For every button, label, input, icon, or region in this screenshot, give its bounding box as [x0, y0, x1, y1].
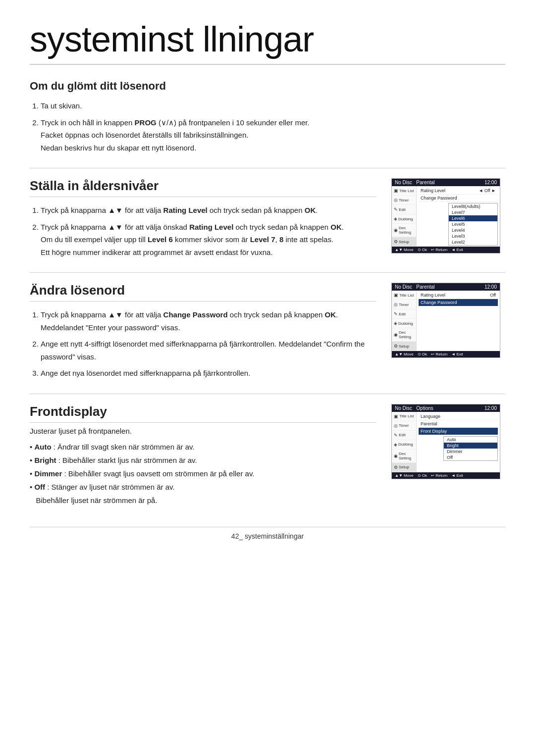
section1-steps: Ta ut skivan. Tryck in och håll in knapp… [30, 100, 505, 154]
sidebar-edit: ✎ Edit [392, 205, 416, 214]
dropdown-auto: Auto [444, 437, 497, 443]
step-item: Ange det nya lösenordet med sifferknappa… [41, 367, 376, 380]
menu-change-password: Change Password [419, 195, 498, 202]
footer-move: ▲▼ Move [395, 248, 414, 252]
sidebar-dec-setting: ◉ Dec Setting [392, 224, 416, 237]
sidebar3-setup: ⚙ Setup [392, 463, 416, 472]
screen-rating: No Disc Parental 12:00 ▣ Title List ◎ Ti… [391, 178, 505, 253]
step-item: Tryck på knapparna ▲▼ för att välja Rati… [41, 204, 376, 217]
sidebar2-title-list: ▣ Title List [392, 291, 416, 300]
section2-steps: Tryck på knapparna ▲▼ för att välja Rati… [30, 204, 376, 258]
sidebar2-timer: ◎ Timer [392, 300, 416, 309]
bullet-auto: Auto : Ändrar till svagt sken när strömm… [30, 440, 376, 454]
footer2-exit: ◄ Exit [451, 352, 463, 356]
sidebar-title-list: ▣ Title List [392, 186, 416, 196]
step-item: Tryck på knapparna ▲▼ för att välja Chan… [41, 308, 376, 334]
screen-change-password: No Disc Parental 12:00 ▣ Title List ◎ Ti… [391, 283, 505, 358]
section3-title: Ändra lösenord [30, 283, 376, 302]
step-item: Tryck in och håll in knappen PROG (∨/∧) … [41, 116, 505, 154]
footer-return: ↩ Return [431, 248, 447, 252]
screen-frontdisplay: No Disc Options 12:00 ▣ Title List ◎ Tim… [391, 404, 505, 479]
page-title: systeminst llningar [30, 20, 505, 59]
sidebar2-dec-setting: ◉ Dec Setting [392, 328, 416, 342]
sidebar-timer: ◎ Timer [392, 196, 416, 205]
dropdown-level7: Level7 [449, 209, 497, 215]
sidebar3-edit: ✎ Edit [392, 431, 416, 440]
menu3-front-display: Front Display [419, 428, 498, 435]
dropdown-level3: Level3 [449, 233, 497, 239]
dropdown-level2: Level2 [449, 239, 497, 245]
screen-header-left: No Disc Parental [395, 180, 435, 185]
screen-header-right: 12:00 [484, 180, 497, 185]
section-change-password: Ändra lösenord Tryck på knapparna ▲▼ för… [30, 283, 505, 394]
footer2-return: ↩ Return [431, 352, 447, 356]
section4-intro: Justerar ljuset på frontpanelen. [30, 427, 376, 435]
footer-ok: ⊙ Ok [418, 248, 427, 252]
footer3-ok: ⊙ Ok [418, 473, 427, 478]
title-divider [30, 64, 505, 65]
screen3-header-left: No Disc Options [395, 405, 433, 411]
screen2-header-left: No Disc Parental [395, 284, 435, 290]
sidebar3-timer: ◎ Timer [392, 421, 416, 431]
bullet-bright: Bright : Bibehåller starkt ljus när strö… [30, 454, 376, 467]
footer2-move: ▲▼ Move [395, 352, 414, 356]
footer-exit: ◄ Exit [451, 248, 463, 252]
screen2-header-right: 12:00 [484, 284, 497, 290]
screen3-header-right: 12:00 [484, 405, 497, 411]
footer2-ok: ⊙ Ok [418, 352, 427, 356]
section4-title: Frontdisplay [30, 404, 376, 423]
dropdown-level6: Level6 [449, 215, 497, 221]
sidebar-dubbing: ◈ Dubbing [392, 214, 416, 224]
dropdown-dimmer: Dimmer [444, 449, 497, 454]
sidebar-setup: ⚙ Setup [392, 237, 416, 247]
dropdown-level5: Level5 [449, 221, 497, 227]
menu-rating-level: Rating Level ◄ Off ► [419, 187, 498, 195]
bullet-off: Off : Stänger av ljuset när strömmen är … [30, 480, 376, 507]
sidebar2-setup: ⚙ Setup [392, 342, 416, 351]
section1-title: Om du glömt ditt lösenord [30, 80, 505, 93]
step-item: Ta ut skivan. [41, 100, 505, 112]
section4-bullets: Auto : Ändrar till svagt sken när strömm… [30, 440, 376, 507]
footer3-exit: ◄ Exit [451, 473, 463, 478]
menu2-rating-level: Rating Level Off [419, 292, 498, 299]
section-rating-levels: Ställa in åldersnivåer Tryck på knapparn… [30, 178, 505, 273]
dropdown-off: Off [444, 454, 497, 460]
section-frontdisplay: Frontdisplay Justerar ljuset på frontpan… [30, 404, 505, 507]
sidebar3-title-list: ▣ Title List [392, 412, 416, 421]
sidebar3-dec-setting: ◉ Dec Setting [392, 450, 416, 463]
dropdown-bright: Bright [444, 443, 497, 449]
dropdown-adults: Level8(Adults) [449, 203, 497, 209]
dropdown-level4: Level4 [449, 227, 497, 233]
step-item: Tryck på knapparna ▲▼ för att välja önsk… [41, 221, 376, 259]
menu3-language: Language [419, 413, 498, 420]
section2-title: Ställa in åldersnivåer [30, 178, 376, 197]
footer3-return: ↩ Return [431, 473, 447, 478]
menu3-parental: Parental [419, 420, 498, 428]
section3-steps: Tryck på knapparna ▲▼ för att välja Chan… [30, 308, 376, 380]
footer3-move: ▲▼ Move [395, 473, 414, 478]
sidebar2-dubbing: ◈ Dubbing [392, 319, 416, 328]
step-item: Ange ett nytt 4-siffrigt lösenordet med … [41, 338, 376, 363]
menu2-change-password: Change Password [419, 299, 498, 306]
page-footer: 42_ systeminställningar [30, 527, 505, 540]
sidebar3-dubbing: ◈ Dubbing [392, 440, 416, 450]
sidebar2-edit: ✎ Edit [392, 309, 416, 319]
bullet-dimmer: Dimmer : Bibehåller svagt ljus oavsett o… [30, 467, 376, 480]
section-forgotten-password: Om du glömt ditt lösenord Ta ut skivan. … [30, 80, 505, 168]
